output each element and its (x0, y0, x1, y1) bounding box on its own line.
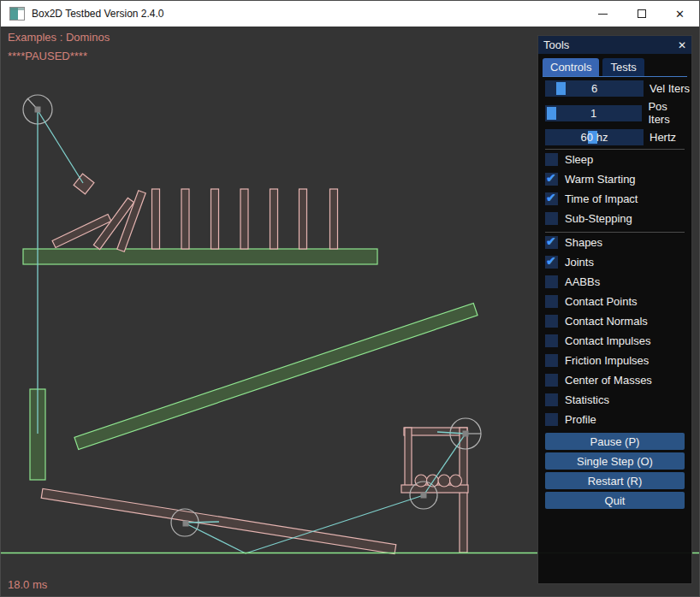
checkbox-label: Profile (565, 413, 596, 426)
restart-button[interactable]: Restart (R) (545, 472, 685, 489)
tab-controls[interactable]: Controls (543, 58, 599, 76)
checkbox-profile[interactable]: ✔ Profile (545, 413, 691, 426)
checkbox-time-of-impact[interactable]: ✔ Time of Impact (545, 192, 691, 205)
pendulum-box (74, 174, 94, 194)
tools-panel-title: Tools (543, 38, 678, 51)
app-icon (9, 7, 25, 21)
domino (211, 189, 219, 249)
vel-iters-slider[interactable]: 6 (545, 80, 644, 97)
check-icon: ✔ (546, 234, 556, 248)
maximize-icon (638, 9, 646, 18)
checkbox-contact-points[interactable]: ✔ Contact Points (545, 295, 691, 308)
checkbox-statistics[interactable]: ✔ Statistics (545, 393, 691, 406)
frame-time-label: 18.0 ms (8, 578, 47, 591)
domino (240, 189, 248, 249)
tools-panel: Tools ✕ Controls Tests 6 Vel Iters (537, 35, 692, 584)
checkbox-box[interactable]: ✔ (545, 393, 558, 406)
pos-iters-label: Pos Iters (648, 100, 691, 126)
checkbox-contact-normals[interactable]: ✔ Contact Normals (545, 315, 691, 328)
checkbox-friction-impulses[interactable]: ✔ Friction Impulses (545, 354, 691, 367)
window-title: Box2D Testbed Version 2.4.0 (32, 8, 164, 20)
tabbar: Controls Tests (543, 58, 687, 77)
app-window: Box2D Testbed Version 2.4.0 ✕ (0, 0, 700, 597)
checkbox-label: Center of Masses (565, 374, 652, 387)
minimize-button[interactable] (584, 1, 622, 27)
checkbox-label: Joints (565, 256, 594, 269)
checkbox-label: Sub-Stepping (565, 212, 632, 225)
checkbox-label: Contact Impulses (565, 334, 650, 347)
checkbox-joints[interactable]: ✔ Joints (545, 256, 691, 269)
checkbox-box[interactable]: ✔ (545, 275, 558, 288)
vel-iters-slider-row: 6 Vel Iters (545, 80, 691, 97)
checkbox-box[interactable]: ✔ (545, 256, 558, 269)
checkbox-label: Friction Impulses (565, 354, 649, 367)
checkbox-box[interactable]: ✔ (545, 212, 558, 225)
check-icon: ✔ (546, 254, 556, 268)
pause-button[interactable]: Pause (P) (545, 433, 685, 450)
vel-iters-value: 6 (545, 80, 644, 97)
checkbox-box[interactable]: ✔ (545, 173, 558, 186)
vel-iters-label: Vel Iters (650, 82, 690, 95)
checkbox-label: Statistics (565, 393, 609, 406)
checkbox-label: Contact Points (565, 295, 638, 308)
paused-label: ****PAUSED**** (8, 50, 87, 62)
checkbox-label: Contact Normals (565, 315, 648, 328)
checkbox-label: Shapes (565, 236, 602, 249)
checkbox-contact-impulses[interactable]: ✔ Contact Impulses (545, 334, 691, 347)
check-icon: ✔ (546, 171, 556, 185)
pos-iters-slider-row: 1 Pos Iters (545, 100, 691, 126)
quit-button[interactable]: Quit (545, 492, 685, 509)
checkbox-box[interactable]: ✔ (545, 153, 558, 166)
hertz-slider-row: 60 hz Hertz (545, 129, 691, 145)
checkbox-shapes[interactable]: ✔ Shapes (545, 236, 691, 249)
close-icon: ✕ (675, 9, 685, 20)
checkbox-sub-stepping[interactable]: ✔ Sub-Stepping (545, 212, 691, 225)
os-titlebar: Box2D Testbed Version 2.4.0 ✕ (1, 1, 699, 27)
checkbox-warm-starting[interactable]: ✔ Warm Starting (545, 173, 691, 186)
domino (330, 189, 338, 249)
checkbox-center-of-masses[interactable]: ✔ Center of Masses (545, 374, 691, 387)
pos-iters-value: 1 (545, 105, 642, 121)
single-step-button[interactable]: Single Step (O) (545, 452, 685, 470)
window-controls: ✕ (584, 1, 699, 27)
minimize-icon (598, 14, 608, 15)
checkbox-label: AABBs (565, 275, 600, 288)
domino-tilting (117, 191, 145, 252)
checkbox-box[interactable]: ✔ (545, 354, 558, 367)
checkbox-box[interactable]: ✔ (545, 236, 558, 249)
hertz-label: Hertz (650, 131, 676, 144)
checkbox-sleep[interactable]: ✔ Sleep (545, 153, 691, 166)
checkbox-label: Time of Impact (565, 192, 638, 205)
separator (545, 232, 685, 233)
tools-panel-titlebar[interactable]: Tools ✕ (538, 36, 691, 54)
domino-platform (23, 249, 377, 264)
checkbox-label: Warm Starting (565, 173, 636, 186)
close-button[interactable]: ✕ (661, 1, 699, 27)
tab-tests[interactable]: Tests (602, 58, 644, 76)
checkbox-box[interactable]: ✔ (545, 374, 558, 387)
check-icon: ✔ (546, 191, 556, 204)
example-label: Examples : Dominos (8, 31, 110, 44)
checkbox-box[interactable]: ✔ (545, 413, 558, 426)
pos-iters-slider[interactable]: 1 (545, 105, 642, 121)
domino (152, 189, 160, 249)
hertz-slider[interactable]: 60 hz (545, 129, 644, 145)
joint-anchors (35, 107, 469, 527)
checkbox-box[interactable]: ✔ (545, 334, 558, 347)
checkbox-box[interactable]: ✔ (545, 315, 558, 328)
maximize-button[interactable] (622, 1, 661, 27)
checkbox-box[interactable]: ✔ (545, 192, 558, 205)
tools-close-icon[interactable]: ✕ (678, 39, 686, 51)
checkbox-label: Sleep (565, 153, 593, 166)
domino (181, 189, 189, 249)
checkbox-aabbs[interactable]: ✔ AABBs (545, 275, 691, 288)
hertz-value: 60 hz (545, 129, 644, 145)
physics-canvas[interactable]: Examples : Dominos ****PAUSED**** 18.0 m… (1, 27, 700, 597)
domino (270, 189, 278, 249)
separator (545, 149, 685, 150)
domino (300, 189, 307, 249)
checkbox-box[interactable]: ✔ (545, 295, 558, 308)
